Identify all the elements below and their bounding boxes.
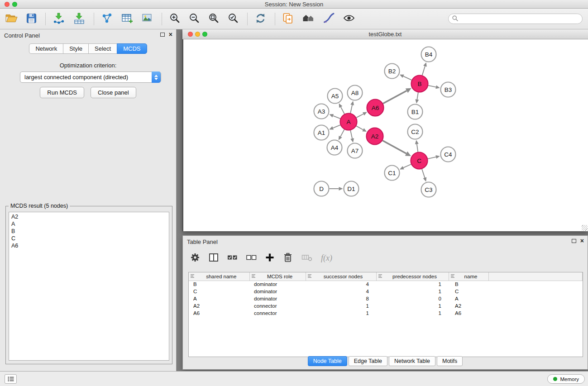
- import-network-file-button[interactable]: [52, 12, 66, 26]
- delete-button[interactable]: [283, 253, 293, 264]
- table-row[interactable]: Cdominator41C: [189, 288, 583, 295]
- table-tab-node-table[interactable]: Node Table: [308, 356, 347, 366]
- edge-arrowhead-icon: [329, 114, 334, 117]
- float-table-panel-icon[interactable]: [572, 239, 576, 243]
- graph-edge-A-A3[interactable]: [333, 116, 340, 119]
- export-image-button[interactable]: [141, 12, 154, 26]
- mcds-result-item[interactable]: B: [9, 228, 169, 235]
- graph-edge-A-A6[interactable]: [356, 114, 363, 118]
- search-input[interactable]: [460, 16, 578, 22]
- memory-button[interactable]: Memory: [547, 374, 585, 384]
- zoom-in-icon: [169, 13, 180, 25]
- brush-icon: [323, 13, 335, 25]
- save-session-button[interactable]: [25, 12, 38, 26]
- graph-edge-C-C3[interactable]: [422, 169, 425, 178]
- mcds-result-item[interactable]: A6: [9, 242, 169, 249]
- image-icon: [142, 13, 153, 25]
- mcds-result-item[interactable]: C: [9, 235, 169, 242]
- new-table-button[interactable]: [120, 12, 134, 26]
- column-header-mcds-role[interactable]: MCDS role: [249, 272, 306, 281]
- table-settings-button[interactable]: [190, 253, 200, 264]
- control-tab-mcds[interactable]: MCDS: [117, 43, 147, 54]
- import-table-file-button[interactable]: [72, 12, 86, 26]
- table-tab-edge-table[interactable]: Edge Table: [349, 356, 387, 366]
- graph-node-label: A6: [372, 105, 379, 111]
- run-mcds-button[interactable]: Run MCDS: [40, 87, 84, 98]
- graph-edge-A6-B[interactable]: [383, 91, 406, 103]
- zoom-fit-button[interactable]: [207, 12, 220, 26]
- optimization-criterion-select[interactable]: largest connected component (directed): [20, 71, 161, 83]
- graph-edge-B-B3[interactable]: [428, 86, 436, 87]
- table-cell-empty: [488, 288, 583, 295]
- open-session-button[interactable]: [5, 12, 19, 26]
- graph-edge-A-A4[interactable]: [340, 129, 344, 137]
- graph-edge-C-C2[interactable]: [417, 144, 418, 152]
- open-recent-button[interactable]: [282, 12, 295, 26]
- show-columns-button[interactable]: [209, 253, 219, 264]
- column-header-shared-name[interactable]: shared name: [189, 272, 249, 281]
- toolbar-separator: [275, 13, 275, 25]
- deselect-all-button[interactable]: [246, 253, 257, 264]
- table-cell: 4: [306, 288, 376, 295]
- close-panel-button[interactable]: Close panel: [91, 87, 136, 98]
- mcds-result-group: MCDS result (5 nodes) A2ABCA6: [5, 206, 172, 364]
- select-stepper-icon: [152, 71, 161, 83]
- table-cell: A: [189, 295, 249, 302]
- add-column-button[interactable]: [265, 253, 274, 263]
- column-type-icon: [190, 274, 195, 279]
- zoom-out-button[interactable]: [188, 12, 201, 26]
- table-row[interactable]: A6connector11A6: [189, 310, 583, 317]
- column-header-empty: [488, 272, 583, 281]
- table-cell: B: [189, 281, 249, 288]
- mcds-result-item[interactable]: A: [9, 220, 169, 228]
- search-box[interactable]: [448, 14, 583, 24]
- show-hide-button[interactable]: [342, 12, 356, 26]
- mcds-result-list[interactable]: A2ABCA6: [9, 212, 169, 361]
- column-header-name[interactable]: name: [449, 272, 488, 281]
- graph-edge-A-A5[interactable]: [341, 107, 344, 114]
- graph-edge-B-B2[interactable]: [403, 76, 411, 80]
- graph-edge-A-A8[interactable]: [350, 105, 352, 113]
- control-tab-network[interactable]: Network: [29, 43, 63, 54]
- control-tab-style[interactable]: Style: [63, 43, 89, 54]
- graph-edge-C-C1[interactable]: [403, 164, 411, 168]
- column-header-successor-nodes[interactable]: successor nodes: [306, 272, 376, 281]
- graph-edge-A2-C[interactable]: [382, 140, 406, 153]
- mcds-result-item[interactable]: A2: [9, 213, 169, 220]
- graph-edge-A-A2[interactable]: [356, 126, 363, 129]
- table-cell: 4: [306, 281, 376, 288]
- graph-edge-A-A1[interactable]: [333, 125, 340, 128]
- home-views-button[interactable]: [301, 12, 316, 26]
- graph-node-label: B2: [388, 68, 396, 75]
- graph-edge-C-C4[interactable]: [428, 157, 436, 159]
- table-row[interactable]: Adominator80A: [189, 295, 583, 302]
- table-row[interactable]: A2connector11A2: [189, 302, 583, 310]
- graph-edge-A-A7[interactable]: [350, 130, 352, 138]
- table-tab-network-table[interactable]: Network Table: [389, 356, 435, 366]
- column-header-predecessor-nodes[interactable]: predecessor nodes: [376, 272, 449, 281]
- zoom-in-button[interactable]: [168, 12, 181, 26]
- select-all-button[interactable]: [227, 253, 238, 264]
- network-canvas[interactable]: B4B2BB3A5A8A6B1A3AC2A1A2A4A7C4CC1C3DD1: [182, 39, 588, 231]
- control-tab-select[interactable]: Select: [88, 43, 117, 54]
- apply-style-button[interactable]: [322, 12, 335, 26]
- table-cell: C: [189, 288, 249, 295]
- main-toolbar: [0, 9, 588, 29]
- float-panel-icon[interactable]: [160, 33, 165, 37]
- edge-arrowhead-icon: [415, 99, 419, 104]
- graph-edge-B-B4[interactable]: [422, 66, 425, 75]
- graph-node-label: A4: [331, 144, 339, 151]
- resize-grip[interactable]: [582, 225, 588, 231]
- table-cell: A6: [189, 310, 249, 317]
- close-table-panel-icon[interactable]: ×: [580, 238, 584, 243]
- task-history-button[interactable]: [5, 374, 17, 384]
- graph-edge-B-B1[interactable]: [417, 92, 418, 100]
- table-tab-motifs[interactable]: Motifs: [437, 356, 463, 366]
- node-table-container: shared nameMCDS rolesuccessor nodesprede…: [188, 272, 583, 357]
- new-network-button[interactable]: [100, 12, 114, 26]
- apply-layout-button[interactable]: [254, 12, 267, 26]
- table-row[interactable]: Bdominator41B: [189, 281, 583, 288]
- network-window-titlebar[interactable]: testGlobe.txt: [182, 29, 588, 39]
- close-panel-icon[interactable]: ×: [169, 32, 172, 37]
- zoom-selected-button[interactable]: [227, 12, 239, 26]
